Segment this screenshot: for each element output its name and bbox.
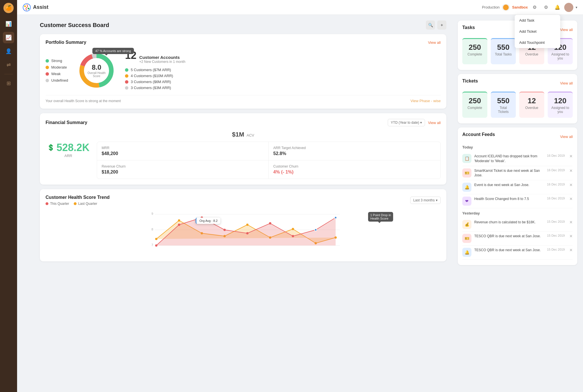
sidebar-item-grid[interactable]: ⊞	[3, 78, 14, 89]
tasks-complete: 250 Complete	[462, 38, 487, 64]
tickets-assigned: 120 Assigned to you	[548, 92, 573, 118]
sidebar-item-flows[interactable]: ⇌	[3, 59, 14, 71]
feed-text-0: Account ICELAND has dropped task from 'M…	[474, 154, 544, 164]
feed-close-5[interactable]: ✕	[569, 234, 573, 238]
period-trend-dropdown[interactable]: Last 3 months ▾	[410, 197, 441, 204]
tasks-total-label: Total Tasks	[494, 52, 512, 56]
svg-point-1	[24, 5, 26, 7]
feed-date-4: 15 Dec 2019	[547, 220, 565, 223]
arr-value: 528.2K	[56, 142, 89, 154]
feed-close-6[interactable]: ✕	[569, 248, 573, 252]
yesterday-label: Yesterday	[462, 211, 573, 215]
feed-item-3: ❤ Health Score Changed from 8 to 7.5 16 …	[462, 194, 573, 208]
feed-text-6: TESCO QBR is due next week at San Jose.	[474, 248, 544, 253]
svg-point-4	[566, 9, 572, 12]
add-task-item[interactable]: Add Task	[515, 15, 560, 26]
add-ticket-item[interactable]: Add Ticket	[515, 26, 560, 37]
today-label: Today	[462, 145, 573, 149]
notifications-icon[interactable]: 🔔	[553, 3, 562, 12]
period-label: YTD (Year to date)	[391, 121, 419, 125]
financial-view-all[interactable]: View all	[428, 121, 441, 125]
tickets-title: Tickets	[462, 79, 478, 84]
feed-close-4[interactable]: ✕	[569, 220, 573, 224]
health-footer-text: Your overall Health Score is strong at t…	[46, 99, 121, 103]
tickets-stats-grid: 250 Complete 550 Total Tickets 12 Overdu…	[462, 92, 573, 118]
feeds-view-all[interactable]: View all	[560, 135, 573, 139]
feed-date-5: 15 Dec 2019	[547, 234, 565, 237]
sidebar-item-bar[interactable]: 📈	[3, 32, 14, 43]
chart-wrapper: Org Avg : 8.2 1 Point Drop inHealth Scor…	[46, 209, 441, 256]
legend-label-moderate: Moderate	[51, 65, 67, 69]
feed-item-1: 🎫 SmartKarrot Ticket is due next week at…	[462, 166, 573, 181]
legend-dot-undefined	[46, 79, 49, 82]
feed-text-3: Health Score Changed from 8 to 7.5	[474, 197, 544, 201]
fin-mrr-value: $48,200	[102, 151, 264, 156]
period-dropdown[interactable]: YTD (Year to date) ▾	[388, 119, 425, 126]
donut-tooltip: 47 % Accounts are strong	[93, 48, 134, 54]
main-content: Customer Success Board 🔍 + Portfolio Sum…	[34, 15, 583, 392]
help-icon[interactable]: ⚙	[530, 3, 539, 12]
health-label: Overall Health Score	[87, 71, 106, 78]
portfolio-view-all[interactable]: View all	[428, 40, 441, 45]
tickets-total-value: 550	[494, 96, 512, 105]
account-label-0: 5 Customers ($7M ARR)	[131, 68, 171, 72]
feeds-title: Account Feeds	[462, 132, 495, 137]
portfolio-content: Strong Moderate Weak Undefined	[46, 49, 441, 92]
user-chevron[interactable]: ▾	[576, 5, 577, 9]
page-title-row: Customer Success Board 🔍 +	[40, 20, 446, 30]
svg-point-2	[28, 8, 29, 9]
user-avatar[interactable]	[564, 3, 573, 12]
dot-last-quarter	[74, 202, 77, 205]
chart-title: Customer Health Score Trend	[46, 195, 110, 200]
svg-point-21	[246, 224, 249, 226]
feed-close-0[interactable]: ✕	[569, 154, 573, 158]
right-panel: Tasks View all 250 Complete 550 Total Ta…	[452, 15, 583, 392]
svg-point-23	[292, 228, 294, 230]
drop-tooltip: 1 Point Drop inHealth Score	[368, 212, 393, 222]
portfolio-card: Portfolio Summary View all Strong Modera…	[40, 34, 446, 109]
tickets-overdue: 12 Overdue	[519, 92, 544, 118]
tickets-header: Tickets View all	[462, 79, 573, 88]
tickets-total-label: Total Tickets	[494, 106, 512, 114]
label-this-quarter: This Quarter	[50, 202, 69, 206]
account-label-3: 3 Customers ($3M ARR)	[131, 86, 171, 90]
financial-grid: MRR $48,200 ARR Target Achieved 52.8% Re…	[97, 142, 441, 179]
feed-item-4: 💰 Revenue churn is calculated to be $18K…	[462, 218, 573, 232]
legend-undefined: Undefined	[46, 78, 68, 82]
search-button[interactable]: 🔍	[426, 20, 435, 30]
add-button[interactable]: +	[437, 20, 446, 30]
feed-icon-5: 🎫	[462, 234, 471, 243]
topbar-logo: Assist	[23, 3, 48, 11]
svg-point-33	[292, 235, 294, 237]
fin-rev-churn-value: $18,200	[102, 170, 264, 175]
feed-close-1[interactable]: ✕	[569, 168, 573, 173]
env-sandbox[interactable]: Sandbox	[512, 5, 528, 9]
portfolio-title: Portfolio Summary	[46, 40, 86, 45]
tickets-assigned-label: Assigned to you	[551, 106, 569, 114]
arr-amount: 💲 528.2K	[47, 142, 89, 154]
acv-amount: $1M	[232, 131, 244, 138]
tickets-view-all[interactable]: View all	[560, 81, 573, 85]
sidebar-item-users[interactable]: 👤	[3, 46, 14, 57]
add-touchpoint-item[interactable]: Add Touchpoint	[515, 37, 560, 48]
account-label-1: 4 Customers ($10M ARR)	[131, 74, 173, 78]
feed-close-2[interactable]: ✕	[569, 183, 573, 187]
view-phase-link[interactable]: View Phase - wise	[410, 99, 441, 103]
feed-date-3: 16 Dec 2019	[547, 197, 565, 200]
dot-this-quarter	[46, 202, 48, 205]
tickets-section: Tickets View all 250 Complete 550 Total …	[458, 74, 577, 123]
legend-label-weak: Weak	[51, 72, 61, 76]
env-toggle[interactable]	[502, 4, 510, 11]
feed-close-3[interactable]: ✕	[569, 197, 573, 201]
fin-cust-churn-label: Customer Churn	[273, 164, 436, 168]
env-label: Production	[482, 5, 500, 9]
sidebar-logo[interactable]: 🍊	[3, 3, 14, 13]
tasks-view-all[interactable]: View all	[560, 28, 573, 32]
page-actions: 🔍 +	[426, 20, 446, 30]
accounts-title: Customer Accounts	[139, 55, 185, 60]
chart-legend: This Quarter Last Quarter	[46, 202, 110, 206]
arr-section: 💲 528.2K ARR	[46, 142, 91, 158]
arr-label: ARR	[64, 154, 72, 158]
sidebar-item-dashboard[interactable]: 📊	[3, 18, 14, 30]
settings-icon[interactable]: ⚙	[541, 3, 551, 12]
